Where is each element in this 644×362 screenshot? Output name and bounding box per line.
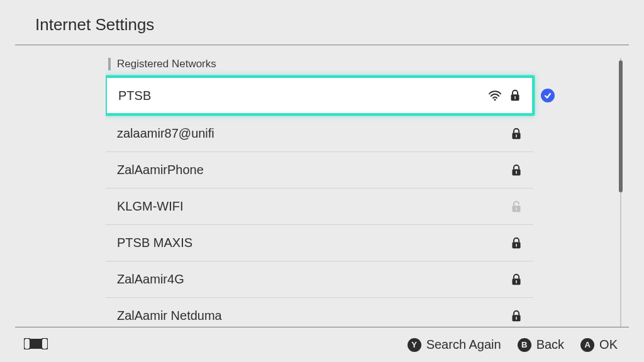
svg-rect-2: [514, 96, 516, 99]
svg-rect-12: [516, 280, 517, 283]
b-button-icon: B: [518, 338, 531, 352]
svg-rect-16: [42, 338, 48, 349]
svg-rect-8: [516, 207, 517, 210]
network-icons: [511, 163, 522, 177]
svg-rect-15: [24, 338, 30, 349]
network-icons: [511, 200, 522, 214]
network-name: ZalAamirPhone: [117, 163, 511, 177]
network-name: PTSB: [118, 89, 488, 103]
network-item[interactable]: KLGM-WIFI: [106, 189, 533, 225]
y-button-icon: Y: [408, 338, 421, 352]
scrollbar-thumb[interactable]: [619, 60, 623, 192]
action-back-label: Back: [536, 337, 564, 352]
network-icons: [488, 89, 521, 102]
section-header-registered: Registered Networks: [108, 58, 629, 70]
network-item[interactable]: PTSB: [106, 75, 535, 116]
section-title: Registered Networks: [117, 58, 216, 70]
network-item[interactable]: ZalAamir Netduma: [106, 298, 533, 327]
footer: Y Search Again B Back A OK: [15, 327, 629, 362]
scrollbar[interactable]: [619, 58, 623, 327]
page-title: Internet Settings: [35, 15, 644, 35]
wifi-icon: [488, 90, 502, 101]
network-name: PTSB MAXIS: [117, 236, 511, 250]
network-item[interactable]: ZalAamir4G: [106, 261, 533, 298]
action-ok[interactable]: A OK: [580, 337, 618, 352]
content: Registered Networks PTSBzalaamir87@unifi…: [0, 44, 644, 327]
scroll-area: Registered Networks PTSBzalaamir87@unifi…: [106, 58, 629, 327]
action-search-again-label: Search Again: [426, 337, 501, 352]
network-icons: [511, 236, 522, 250]
section-accent-bar: [108, 58, 111, 70]
network-item[interactable]: zalaamir87@unifi: [106, 116, 533, 152]
header: Internet Settings: [0, 0, 644, 45]
svg-rect-6: [516, 170, 517, 173]
svg-rect-14: [516, 316, 517, 319]
action-search-again[interactable]: Y Search Again: [408, 337, 501, 352]
network-icons: [511, 273, 522, 287]
a-button-icon: A: [580, 338, 594, 352]
lock-open-icon: [511, 200, 522, 214]
network-name: zalaamir87@unifi: [117, 126, 511, 141]
network-name: KLGM-WIFI: [117, 199, 511, 214]
network-icons: [511, 309, 522, 323]
lock-icon: [511, 236, 522, 250]
lock-icon: [511, 273, 522, 287]
network-name: ZalAamir Netduma: [117, 309, 511, 323]
svg-point-0: [494, 99, 496, 101]
network-list: PTSBzalaamir87@unifiZalAamirPhoneKLGM-WI…: [106, 75, 533, 327]
action-ok-label: OK: [599, 337, 618, 352]
network-item[interactable]: ZalAamirPhone: [106, 152, 533, 189]
network-icons: [511, 127, 522, 141]
lock-icon: [511, 127, 522, 141]
controller-icon: [24, 338, 48, 352]
footer-actions: Y Search Again B Back A OK: [408, 337, 618, 352]
network-name: ZalAamir4G: [117, 272, 511, 287]
lock-icon: [511, 309, 522, 323]
svg-rect-10: [516, 243, 517, 246]
lock-icon: [509, 89, 521, 102]
lock-icon: [511, 163, 522, 177]
svg-rect-4: [516, 134, 517, 137]
network-item[interactable]: PTSB MAXIS: [106, 225, 533, 261]
svg-rect-18: [30, 339, 42, 348]
action-back[interactable]: B Back: [518, 337, 564, 352]
connected-check-icon: [541, 89, 555, 102]
